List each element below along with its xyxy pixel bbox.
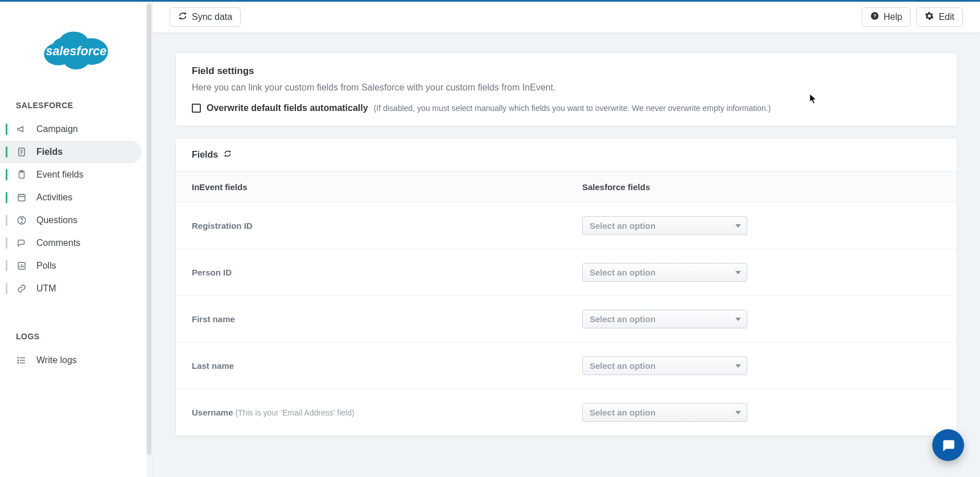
field-label-cell: Username (This is your 'Email Address' f… [176, 389, 566, 436]
clipboard-icon [16, 169, 27, 180]
sidebar-scrollbar[interactable] [146, 2, 152, 477]
svg-text:salesforce: salesforce [46, 44, 106, 58]
salesforce-logo: salesforce [34, 23, 119, 75]
link-icon [16, 283, 27, 294]
salesforce-field-select[interactable]: Select an option [582, 356, 747, 375]
bar-chart-icon [16, 260, 27, 272]
sidebar-item-label: Write logs [36, 355, 77, 365]
field-select-cell: Select an option [566, 203, 957, 249]
gear-icon [925, 11, 934, 23]
sidebar-item-label: Questions [36, 215, 77, 225]
svg-point-26 [18, 360, 19, 361]
sidebar-item-questions[interactable]: Questions [0, 209, 142, 232]
field-label-cell: Last name [176, 343, 566, 389]
card-description: Here you can link your custom fields fro… [192, 83, 941, 93]
edit-button[interactable]: Edit [916, 7, 963, 27]
column-header-salesforce: Salesforce fields [566, 172, 957, 203]
help-circle-icon: ? [870, 11, 879, 23]
sidebar: salesforce SALESFORCE Campaign Fields [0, 2, 153, 477]
refresh-icon [178, 11, 187, 23]
button-label: Edit [938, 12, 954, 22]
column-header-inevent: InEvent fields [176, 172, 566, 203]
table-row: Person IDSelect an option [176, 249, 957, 296]
fields-table-card: Fields InEvent fields Salesforce fields … [175, 138, 957, 437]
svg-rect-12 [18, 195, 25, 201]
salesforce-field-select[interactable]: Select an option [582, 216, 747, 235]
sidebar-section-salesforce: SALESFORCE [0, 92, 152, 118]
button-label: Help [884, 12, 903, 22]
logo-wrap: salesforce [0, 12, 152, 92]
sidebar-item-activities[interactable]: Activities [0, 186, 142, 209]
checkbox-hint: (If disabled, you must select manually w… [374, 104, 771, 113]
list-icon [16, 355, 27, 366]
sync-data-button[interactable]: Sync data [170, 7, 241, 27]
table-row: Last nameSelect an option [176, 343, 957, 389]
field-label-cell: Registration ID [176, 203, 566, 249]
salesforce-field-select[interactable]: Select an option [582, 403, 747, 422]
sidebar-item-utm[interactable]: UTM [0, 277, 142, 300]
sidebar-item-label: Campaign [36, 124, 78, 134]
main-scroll-region[interactable]: Field settings Here you can link your cu… [153, 33, 980, 477]
content-area: Sync data ? Help Edit [153, 2, 980, 477]
table-row: First nameSelect an option [176, 296, 957, 343]
comments-icon [16, 237, 27, 249]
sidebar-item-fields[interactable]: Fields [0, 141, 142, 163]
field-settings-card: Field settings Here you can link your cu… [175, 52, 957, 126]
salesforce-field-select[interactable]: Select an option [582, 310, 747, 328]
topbar: Sync data ? Help Edit [153, 2, 980, 33]
svg-point-25 [18, 357, 19, 359]
field-label-cell: First name [176, 296, 566, 343]
overwrite-checkbox[interactable] [192, 104, 201, 113]
sidebar-item-write-logs[interactable]: Write logs [0, 349, 142, 372]
field-select-cell: Select an option [566, 343, 957, 389]
sidebar-item-label: Comments [36, 238, 80, 248]
checkbox-label: Overwrite default fields automatically [207, 103, 368, 113]
svg-point-17 [21, 222, 22, 223]
sidebar-item-polls[interactable]: Polls [0, 254, 142, 277]
help-button[interactable]: ? Help [862, 7, 911, 27]
intercom-chat-button[interactable] [932, 429, 964, 461]
field-select-cell: Select an option [566, 296, 957, 343]
field-label-cell: Person ID [176, 249, 566, 296]
svg-point-27 [18, 363, 19, 364]
megaphone-icon [16, 124, 27, 135]
card-title: Field settings [192, 65, 941, 77]
sidebar-item-label: UTM [36, 283, 56, 294]
sidebar-item-campaign[interactable]: Campaign [0, 118, 142, 141]
calendar-icon [16, 192, 27, 203]
sidebar-item-comments[interactable]: Comments [0, 232, 142, 254]
question-circle-icon [16, 215, 27, 226]
sidebar-item-event-fields[interactable]: Event fields [0, 163, 142, 186]
field-select-cell: Select an option [566, 249, 957, 296]
table-row: Username (This is your 'Email Address' f… [176, 389, 957, 436]
svg-text:?: ? [873, 13, 876, 19]
sidebar-item-label: Activities [36, 192, 72, 203]
refresh-icon[interactable] [224, 150, 232, 160]
sidebar-item-label: Fields [36, 147, 63, 157]
table-row: Registration IDSelect an option [176, 203, 957, 249]
salesforce-field-select[interactable]: Select an option [582, 263, 747, 282]
sidebar-item-label: Polls [36, 261, 56, 271]
fields-header-label: Fields [192, 150, 218, 160]
sidebar-item-label: Event fields [36, 170, 84, 180]
field-select-cell: Select an option [566, 389, 957, 436]
button-label: Sync data [192, 12, 232, 22]
form-icon [16, 146, 27, 158]
fields-table: InEvent fields Salesforce fields Registr… [176, 171, 957, 436]
sidebar-section-logs: LOGS [0, 323, 152, 349]
